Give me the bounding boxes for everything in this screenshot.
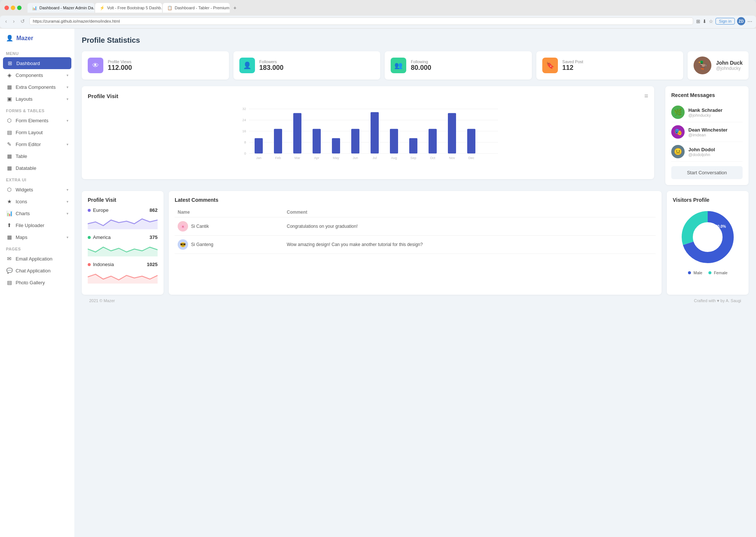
bottom-row: Profile Visit Europe 862 xyxy=(82,191,749,295)
tab-dashboard[interactable]: 📊 Dashboard - Mazer Admin Da... ✕ xyxy=(28,3,94,13)
svg-rect-14 xyxy=(293,113,301,153)
signin-button[interactable]: Sign in xyxy=(715,18,735,25)
svg-text:Dec: Dec xyxy=(468,156,475,160)
sidebar-item-form-layout[interactable]: ▤ Form Layout xyxy=(0,126,74,138)
sidebar-label-icons: Icons xyxy=(16,199,64,204)
svg-text:Jun: Jun xyxy=(353,156,358,160)
svg-text:24: 24 xyxy=(242,118,246,122)
chevron-down-icon-8: ▾ xyxy=(67,211,68,216)
comment-avatar-1: 😎 xyxy=(178,239,188,250)
start-conversation-button[interactable]: Start Conversation xyxy=(671,166,743,179)
stat-card-following: 👥 Following 80.000 xyxy=(385,51,532,80)
region-europe-header: Europe 862 xyxy=(88,207,158,213)
tab-label-volt: Volt - Free Bootstrap 5 Dashb... xyxy=(107,6,162,10)
footer-right: Crafted with ♥ by A. Saugi xyxy=(694,298,741,303)
sidebar-item-maps[interactable]: ▦ Maps ▾ xyxy=(0,231,74,243)
sidebar-item-charts[interactable]: 📊 Charts ▾ xyxy=(0,207,74,219)
sidebar-item-widgets[interactable]: ⬡ Widgets ▾ xyxy=(0,184,74,195)
extensions-icon[interactable]: ⊞ xyxy=(696,19,700,24)
tab-label-tabler: Dashboard - Tabler - Premium... xyxy=(175,6,230,10)
download-icon[interactable]: ⬇ xyxy=(702,19,707,24)
comments-table-body: 🌸 Si Cantik Congratulations on your grad… xyxy=(175,217,656,254)
user-avatar-icon[interactable]: ZD xyxy=(737,17,745,25)
europe-mini-chart xyxy=(88,214,158,229)
legend-female: Female xyxy=(708,271,728,275)
sidebar: 👤 Mazer Menu ⊞ Dashboard ◈ Components ▾ … xyxy=(0,29,74,537)
sidebar-item-dashboard[interactable]: ⊞ Dashboard xyxy=(3,57,71,69)
sidebar-label-components: Components xyxy=(16,72,64,78)
chevron-down-icon-9: ▾ xyxy=(67,235,68,239)
chart-menu-icon[interactable]: ≡ xyxy=(644,92,648,100)
components-icon: ◈ xyxy=(6,72,13,78)
dashboard-icon: ⊞ xyxy=(7,60,13,66)
url-input[interactable] xyxy=(29,17,693,25)
bookmark-icon[interactable]: ☆ xyxy=(709,19,713,24)
indonesia-mini-chart xyxy=(88,269,158,284)
sidebar-label-extra-components: Extra Components xyxy=(16,84,64,90)
comment-text-0: Congratulations on your graduation! xyxy=(284,217,656,236)
female-dot xyxy=(708,271,711,274)
svg-text:Feb: Feb xyxy=(275,156,281,160)
sidebar-item-form-elements[interactable]: ⬡ Form Elements ▾ xyxy=(0,114,74,126)
svg-rect-32 xyxy=(467,129,475,153)
browser-window: 📊 Dashboard - Mazer Admin Da... ✕ ⚡ Volt… xyxy=(0,0,756,537)
tab-tabler[interactable]: 📋 Dashboard - Tabler - Premium... ✕ xyxy=(163,3,230,13)
sidebar-item-datatable[interactable]: ▦ Datatable xyxy=(0,162,74,174)
sidebar-item-email-app[interactable]: ✉ Email Application xyxy=(0,253,74,265)
sidebar-item-photo-gallery[interactable]: ▤ Photo Gallery xyxy=(0,276,74,288)
svg-text:Nov: Nov xyxy=(449,156,455,160)
sidebar-label-layouts: Layouts xyxy=(16,96,64,102)
stat-card-profile-views: 👁 Profile Views 112.000 xyxy=(82,51,229,80)
back-btn[interactable]: ‹ xyxy=(4,17,9,25)
messages-title: Recent Messages xyxy=(671,92,743,98)
sidebar-item-layouts[interactable]: ▣ Layouts ▾ xyxy=(0,93,74,105)
svg-marker-35 xyxy=(88,247,158,256)
comments-table: Name Comment 🌸 Si Cantik xyxy=(175,207,656,254)
tab-volt[interactable]: ⚡ Volt - Free Bootstrap 5 Dashb... ✕ xyxy=(95,3,162,13)
sidebar-section-forms: Forms & Tables xyxy=(0,105,74,114)
sidebar-label-charts: Charts xyxy=(16,211,64,216)
sidebar-item-file-uploader[interactable]: ⬆ File Uploader xyxy=(0,219,74,231)
svg-text:Mar: Mar xyxy=(294,156,300,160)
sidebar-label-widgets: Widgets xyxy=(16,187,64,193)
sidebar-item-components[interactable]: ◈ Components ▾ xyxy=(0,69,74,81)
bookmark-stat-icon: 🔖 xyxy=(546,61,554,69)
maximize-window-btn[interactable] xyxy=(17,6,22,10)
comment-text-1: Wow amazing design! Can you make another… xyxy=(284,236,656,254)
icons-icon: ★ xyxy=(6,198,13,204)
table-icon: ▦ xyxy=(6,153,13,159)
stats-profile-row: 👁 Profile Views 112.000 👤 Follo xyxy=(82,51,749,80)
forward-btn[interactable]: › xyxy=(12,17,16,25)
sidebar-item-icons[interactable]: ★ Icons ▾ xyxy=(0,195,74,207)
sidebar-item-chat-app[interactable]: 💬 Chat Application xyxy=(0,265,74,276)
message-info-0: Hank Schrader @johnducky xyxy=(688,107,723,117)
message-avatar-1: 🎭 xyxy=(671,125,685,139)
region-america: America 375 xyxy=(88,234,158,256)
new-tab-btn[interactable]: + xyxy=(230,3,239,13)
messages-card: Recent Messages 🌿 Hank Schrader @johnduc… xyxy=(665,86,749,185)
footer: 2021 © Mazer Crafted with ♥ by A. Saugi xyxy=(82,295,749,307)
sidebar-label-form-elements: Form Elements xyxy=(16,118,64,123)
svg-rect-10 xyxy=(255,138,263,153)
table-row: 😎 Si Ganteng Wow amazing design! Can you… xyxy=(175,236,656,254)
region-indonesia-name: Indonesia xyxy=(88,262,114,267)
sidebar-item-extra-components[interactable]: ▦ Extra Components ▾ xyxy=(0,81,74,93)
minimize-window-btn[interactable] xyxy=(11,6,15,10)
sidebar-item-form-editor[interactable]: ✎ Form Editor ▾ xyxy=(0,138,74,150)
sidebar-label-photo-gallery: Photo Gallery xyxy=(16,280,68,285)
america-dot xyxy=(88,236,91,239)
svg-text:32: 32 xyxy=(242,107,246,111)
close-window-btn[interactable] xyxy=(4,6,9,10)
chat-icon: 💬 xyxy=(6,268,13,274)
refresh-btn[interactable]: ↺ xyxy=(19,17,26,25)
sidebar-section-extraui: Extra UI xyxy=(0,174,74,184)
chart-messages-row: Profile Visit ≡ 32 2 xyxy=(82,86,749,185)
menu-dots-icon[interactable]: ⋯ xyxy=(747,19,752,24)
stat-info-following: Following 80.000 xyxy=(411,59,431,72)
sidebar-label-form-editor: Form Editor xyxy=(16,142,64,147)
bar-chart: 32 24 16 8 0 Jan Feb xyxy=(88,105,648,172)
stat-label-following: Following xyxy=(411,59,431,64)
message-avatar-0: 🌿 xyxy=(671,106,685,119)
sidebar-item-table[interactable]: ▦ Table xyxy=(0,150,74,162)
svg-text:Aug: Aug xyxy=(391,156,397,160)
